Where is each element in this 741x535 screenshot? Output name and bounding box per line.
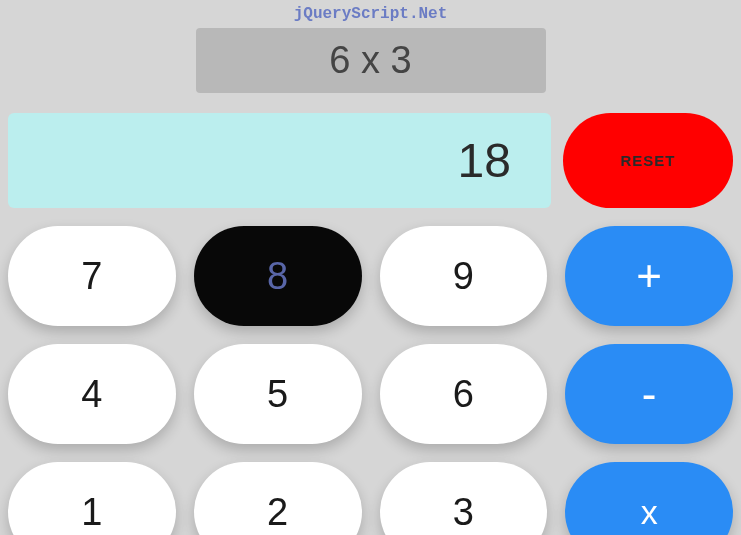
digit-8-button[interactable]: 8 [194,226,362,326]
digit-5-button[interactable]: 5 [194,344,362,444]
brand-link[interactable]: jQueryScript.Net [0,0,741,28]
digit-3-button[interactable]: 3 [380,462,548,535]
multiply-button[interactable]: x [565,462,733,535]
digit-9-button[interactable]: 9 [380,226,548,326]
digit-7-button[interactable]: 7 [8,226,176,326]
digit-2-button[interactable]: 2 [194,462,362,535]
plus-button[interactable]: + [565,226,733,326]
digit-1-button[interactable]: 1 [8,462,176,535]
minus-button[interactable]: - [565,344,733,444]
result-display: 18 [8,113,551,208]
expression-display: 6 x 3 [196,28,546,93]
reset-button[interactable]: RESET [563,113,733,208]
digit-6-button[interactable]: 6 [380,344,548,444]
digit-4-button[interactable]: 4 [8,344,176,444]
button-grid: 7 8 9 + 4 5 6 - 1 2 3 x [0,226,741,535]
result-row: 18 RESET [0,113,741,208]
